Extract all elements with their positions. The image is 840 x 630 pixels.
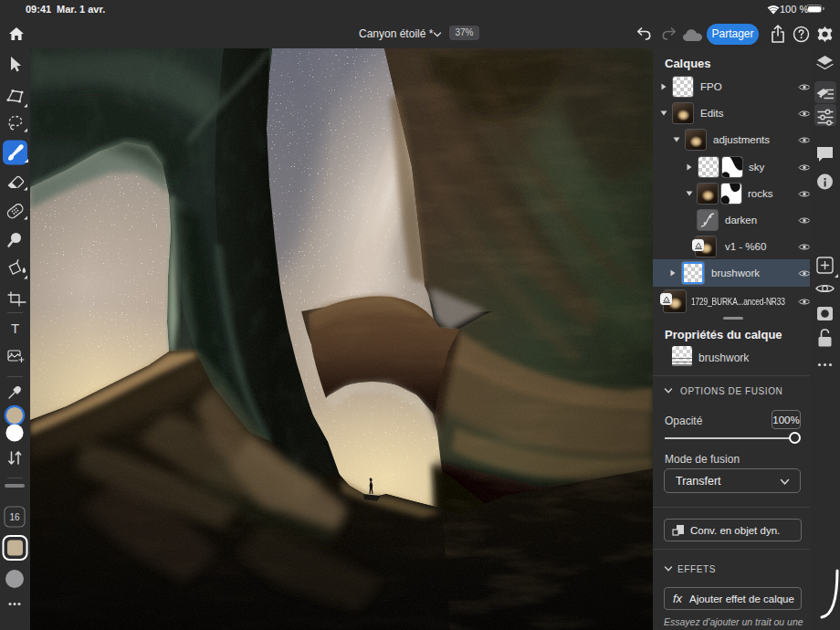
svg-text:16: 16 (9, 512, 20, 522)
svg-text:T: T (11, 320, 19, 336)
